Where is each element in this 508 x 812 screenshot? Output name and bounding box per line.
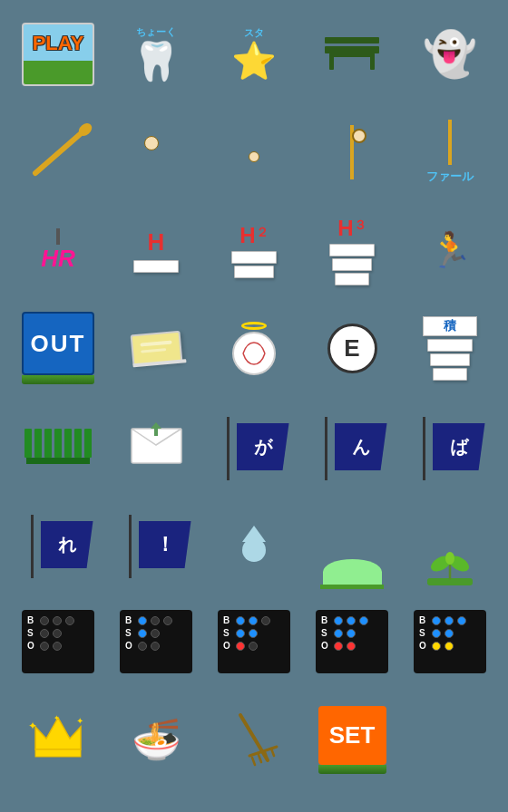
bench-icon [320, 30, 384, 80]
out-text: OUT [31, 330, 86, 358]
svg-text:✦: ✦ [28, 720, 37, 732]
cell-hr[interactable]: HR [13, 205, 103, 295]
flag-ex-text: ！ [155, 531, 175, 558]
set-text: SET [329, 721, 376, 749]
out-sign-icon: OUT [22, 312, 94, 384]
tsumi-icon: 積 [423, 316, 477, 381]
tsumi-text: 積 [444, 318, 456, 334]
tooth-icon: 🦷 [132, 39, 180, 83]
emoji-grid: PLAY ちょーく 🦷 スタ ⭐ 👻 [13, 9, 495, 785]
cell-bso2[interactable]: B S O [111, 596, 201, 687]
cell-rake[interactable] [209, 694, 299, 785]
cell-flag-ga[interactable]: が [209, 401, 299, 491]
cell-bso3[interactable]: B S O [209, 596, 299, 687]
cell-bso1[interactable]: B S O [13, 596, 103, 687]
cell-foul-pole[interactable] [307, 107, 397, 198]
foul-pole-icon [350, 125, 354, 179]
cell-flag-ex[interactable]: ！ [111, 498, 201, 589]
cell-crown[interactable]: ✦ ✦ ✦ [13, 694, 103, 785]
cell-water[interactable] [209, 498, 299, 589]
cell-ball2[interactable] [209, 107, 299, 198]
set-card-icon: SET [318, 706, 386, 774]
halo-ball-icon [232, 322, 276, 375]
flag-n-text: ん [352, 435, 370, 459]
cell-bat[interactable] [13, 107, 103, 198]
cell-h1[interactable]: H [111, 205, 201, 295]
ball1-icon [144, 136, 159, 150]
svg-point-14 [445, 552, 454, 565]
h3-icon: H ３ [329, 216, 375, 285]
h2-icon: H ２ [231, 223, 277, 278]
flag-ba-icon: ば [415, 421, 485, 470]
svg-line-22 [252, 758, 255, 765]
star-label: スタ [244, 26, 264, 40]
fielder-icon: 🏃 [429, 230, 472, 270]
cell-bso5[interactable]: B S O [405, 596, 495, 687]
svg-text:✦: ✦ [54, 714, 60, 722]
flag-re-text: れ [58, 533, 76, 557]
svg-text:✦: ✦ [76, 716, 83, 726]
sprout-icon [423, 498, 477, 589]
cell-set[interactable]: SET [307, 694, 397, 785]
crown-icon: ✦ ✦ ✦ [26, 713, 90, 767]
cell-tsumi[interactable]: 積 [405, 303, 495, 393]
water-drop-icon [241, 526, 267, 562]
cell-ball1[interactable] [111, 107, 201, 198]
flag-n-icon: ん [318, 421, 387, 470]
cell-error-e[interactable]: E [307, 303, 397, 393]
cell-halo-ball[interactable] [209, 303, 299, 393]
svg-line-5 [35, 130, 85, 173]
cell-eraser[interactable] [111, 303, 201, 393]
cell-flag-n[interactable]: ん [307, 401, 397, 491]
cell-fielder[interactable]: 🏃 [405, 205, 495, 295]
svg-rect-4 [329, 53, 375, 57]
cell-empty [405, 694, 495, 785]
error-e-icon: E [327, 324, 377, 373]
bso3-icon: B S O [218, 610, 290, 673]
cell-h2[interactable]: H ２ [209, 205, 299, 295]
cell-tooth[interactable]: ちょーく 🦷 [111, 9, 201, 100]
flag-ga-icon: が [220, 421, 289, 470]
svg-rect-9 [154, 429, 158, 436]
play-card: PLAY [22, 23, 94, 86]
bso5-icon: B S O [414, 610, 486, 673]
cell-play[interactable]: PLAY [13, 9, 103, 100]
play-text: PLAY [33, 32, 84, 55]
ghost-icon: 👻 [423, 29, 477, 80]
cell-mound[interactable] [307, 498, 397, 589]
bso4-icon: B S O [316, 610, 388, 673]
cell-bench[interactable] [307, 9, 397, 100]
cell-flag-ba[interactable]: ば [405, 401, 495, 491]
cell-noodles[interactable]: 🍜 [111, 694, 201, 785]
error-e-text: E [344, 334, 359, 362]
flag-ga-text: が [254, 435, 272, 459]
bat-icon [22, 121, 94, 184]
foul-text: ファール [426, 169, 474, 185]
mound-icon [320, 498, 384, 589]
svg-rect-0 [325, 46, 379, 53]
rake-icon [222, 706, 286, 773]
cell-bso4[interactable]: B S O [307, 596, 397, 687]
noodles-icon: 🍜 [132, 716, 181, 763]
chalk-label: ちょーく [136, 25, 176, 39]
svg-marker-8 [151, 422, 161, 429]
cell-out[interactable]: OUT [13, 303, 103, 393]
svg-marker-15 [35, 718, 81, 749]
flag-ex-icon: ！ [122, 519, 191, 568]
fence-icon [24, 429, 92, 464]
cell-envelope[interactable] [111, 401, 201, 491]
h1-icon: H [133, 228, 179, 273]
bso2-icon: B S O [120, 610, 192, 673]
cell-h3[interactable]: H ３ [307, 205, 397, 295]
cell-fence[interactable] [13, 401, 103, 491]
cell-flag-re[interactable]: れ [13, 498, 103, 589]
star-icon: ⭐ [231, 40, 277, 82]
cell-ghost[interactable]: 👻 [405, 9, 495, 100]
flag-re-icon: れ [24, 519, 93, 568]
eraser-icon [132, 333, 181, 364]
cell-foul-label[interactable]: ファール [405, 107, 495, 198]
cell-sprout[interactable] [405, 498, 495, 589]
cell-star[interactable]: スタ ⭐ [209, 9, 299, 100]
bso1-icon: B S O [22, 610, 94, 673]
svg-rect-16 [35, 749, 81, 757]
